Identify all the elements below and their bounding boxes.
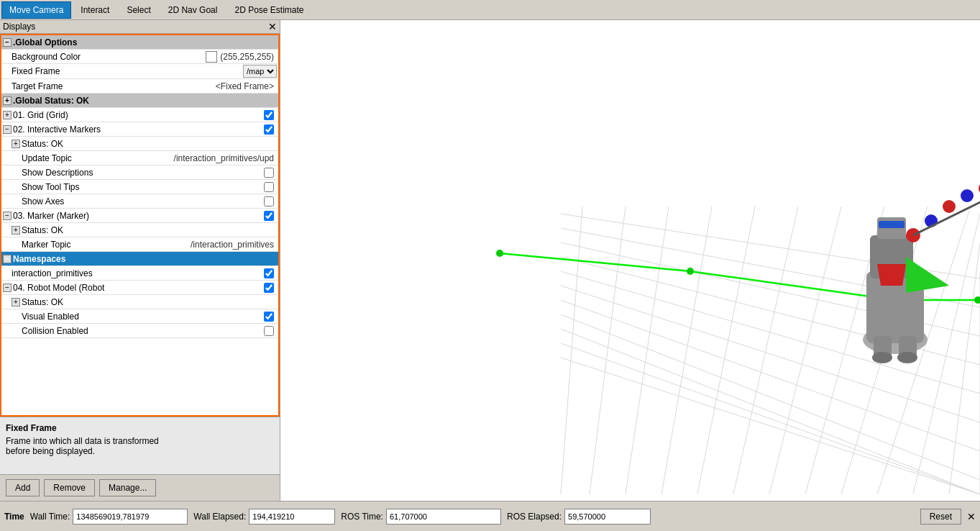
remove-button[interactable]: Remove bbox=[44, 479, 95, 496]
wall-time-label: Wall Time: bbox=[30, 512, 70, 522]
wall-time-input[interactable] bbox=[73, 509, 188, 525]
2d-pose-estimate-button[interactable]: 2D Pose Estimate bbox=[226, 1, 311, 19]
robot-head-blue bbox=[879, 221, 905, 228]
marker-expand-icon[interactable] bbox=[3, 212, 12, 220]
bottom-buttons: Add Remove Manage... bbox=[0, 474, 280, 501]
collision-enabled-checkbox[interactable] bbox=[264, 326, 274, 336]
bg-color-box bbox=[206, 51, 217, 63]
show-axes-checkbox[interactable] bbox=[264, 196, 274, 206]
interactive-markers-checkbox[interactable] bbox=[264, 124, 274, 135]
wall-time-section: Wall Time: bbox=[30, 509, 188, 525]
fixed-frame-select[interactable]: /map bbox=[243, 65, 277, 78]
global-options-header[interactable]: .Global Options bbox=[1, 35, 278, 50]
2d-nav-goal-button[interactable]: 2D Nav Goal bbox=[160, 1, 226, 19]
interact-button[interactable]: Interact bbox=[73, 1, 117, 19]
ros-elapsed-input[interactable] bbox=[564, 509, 651, 525]
robot-chest bbox=[877, 264, 906, 286]
namespaces-label: Namespaces bbox=[13, 254, 277, 264]
interaction-primitives-row[interactable]: interaction_primitives bbox=[1, 266, 278, 281]
grid-row[interactable]: 01. Grid (Grid) bbox=[1, 108, 278, 122]
bg-color-row[interactable]: Background Color (255,255,255) bbox=[1, 50, 278, 64]
manage-button[interactable]: Manage... bbox=[99, 479, 156, 496]
bg-color-value: (255,255,255) bbox=[220, 52, 274, 62]
interaction-primitives-label: interaction_primitives bbox=[12, 268, 264, 278]
time-title: Time bbox=[4, 512, 24, 522]
global-status-expand-icon[interactable] bbox=[3, 96, 12, 105]
robot-foot-right bbox=[897, 352, 917, 363]
show-tooltips-label: Show Tool Tips bbox=[22, 182, 264, 192]
time-bar-wrapper: Time Wall Time: Wall Elapsed: ROS Time: … bbox=[0, 501, 980, 531]
displays-title: Displays bbox=[3, 22, 35, 32]
interactive-markers-expand-icon[interactable] bbox=[3, 125, 12, 134]
ros-elapsed-label: ROS Elapsed: bbox=[507, 512, 562, 522]
show-descriptions-row[interactable]: Show Descriptions bbox=[1, 165, 278, 180]
update-topic-row[interactable]: Update Topic /interaction_primitives/upd bbox=[1, 151, 278, 165]
grid-label: 01. Grid (Grid) bbox=[13, 110, 264, 120]
collision-enabled-row[interactable]: Collision Enabled bbox=[1, 324, 278, 338]
ros-elapsed-section: ROS Elapsed: bbox=[507, 509, 651, 525]
marker-topic-row[interactable]: Marker Topic /interaction_primitives bbox=[1, 237, 278, 252]
global-status-label: .Global Status: OK bbox=[13, 96, 277, 106]
select-button[interactable]: Select bbox=[119, 1, 158, 19]
target-frame-label: Target Frame bbox=[12, 81, 216, 91]
global-status-header[interactable]: .Global Status: OK bbox=[1, 94, 278, 108]
fixed-frame-row[interactable]: Fixed Frame /map bbox=[1, 64, 278, 79]
interaction-primitives-checkbox[interactable] bbox=[264, 268, 274, 278]
toolbar: Move Camera Interact Select 2D Nav Goal … bbox=[0, 0, 980, 20]
marker-status-expand-icon[interactable] bbox=[12, 226, 20, 235]
marker-topic-value: /interaction_primitives bbox=[191, 240, 274, 250]
marker-status-row[interactable]: Status: OK bbox=[1, 223, 278, 237]
show-tooltips-checkbox[interactable] bbox=[264, 182, 274, 192]
collision-enabled-label: Collision Enabled bbox=[22, 326, 264, 336]
robot-status-expand-icon[interactable] bbox=[12, 298, 20, 307]
marker-label: 03. Marker (Marker) bbox=[13, 211, 264, 221]
robot-status-row[interactable]: Status: OK bbox=[1, 295, 278, 309]
robot-model-label: 04. Robot Model (Robot bbox=[13, 283, 264, 293]
show-axes-label: Show Axes bbox=[22, 196, 264, 206]
robot-model-row[interactable]: 04. Robot Model (Robot bbox=[1, 281, 278, 295]
target-frame-value: <Fixed Frame> bbox=[216, 81, 274, 91]
visual-enabled-row[interactable]: Visual Enabled bbox=[1, 309, 278, 324]
robot-status-label: Status: OK bbox=[22, 297, 277, 307]
marker-status-label: Status: OK bbox=[22, 225, 277, 235]
show-descriptions-checkbox[interactable] bbox=[264, 168, 274, 178]
marker-topic-label: Marker Topic bbox=[22, 240, 191, 250]
im-status-row[interactable]: Status: OK bbox=[1, 137, 278, 151]
show-descriptions-label: Show Descriptions bbox=[22, 168, 264, 178]
update-topic-value: /interaction_primitives/upd bbox=[174, 153, 274, 163]
visual-enabled-label: Visual Enabled bbox=[22, 312, 264, 322]
interactive-markers-row[interactable]: 02. Interactive Markers bbox=[1, 122, 278, 137]
robot-model-checkbox[interactable] bbox=[264, 283, 274, 293]
marker-checkbox[interactable] bbox=[264, 211, 274, 221]
im-status-expand-icon[interactable] bbox=[12, 140, 20, 148]
viewport[interactable] bbox=[280, 20, 980, 501]
description-box: Fixed Frame Frame into which all data is… bbox=[0, 417, 280, 474]
grid-expand-icon[interactable] bbox=[3, 111, 12, 119]
target-frame-row[interactable]: Target Frame <Fixed Frame> bbox=[1, 79, 278, 94]
add-button[interactable]: Add bbox=[6, 479, 40, 496]
displays-tree[interactable]: .Global Options Background Color (255,25… bbox=[0, 34, 280, 417]
show-axes-row[interactable]: Show Axes bbox=[1, 194, 278, 209]
grid-checkbox[interactable] bbox=[264, 110, 274, 120]
wall-elapsed-input[interactable] bbox=[249, 509, 335, 525]
ros-time-label: ROS Time: bbox=[341, 512, 383, 522]
show-tooltips-row[interactable]: Show Tool Tips bbox=[1, 180, 278, 194]
marker-row[interactable]: 03. Marker (Marker) bbox=[1, 209, 278, 223]
ros-time-input[interactable] bbox=[386, 509, 501, 525]
bg-color-label: Background Color bbox=[12, 52, 206, 62]
displays-close-icon[interactable]: ✕ bbox=[268, 22, 277, 32]
time-close-icon[interactable]: ✕ bbox=[967, 511, 976, 522]
path-dot-1 bbox=[496, 250, 503, 257]
visual-enabled-checkbox[interactable] bbox=[264, 312, 274, 322]
displays-header: Displays ✕ bbox=[0, 20, 280, 34]
robot-model-expand-icon[interactable] bbox=[3, 283, 12, 292]
namespaces-expand-icon[interactable] bbox=[3, 255, 12, 263]
path-dot-2 bbox=[687, 268, 694, 275]
global-options-expand-icon[interactable] bbox=[3, 38, 12, 47]
reset-button[interactable]: Reset bbox=[920, 509, 961, 525]
fixed-frame-label: Fixed Frame bbox=[12, 66, 243, 76]
main-area: Displays ✕ .Global Options Background Co… bbox=[0, 20, 980, 501]
move-camera-button[interactable]: Move Camera bbox=[1, 1, 71, 19]
description-text: Frame into which all data is transformed… bbox=[6, 436, 274, 456]
namespaces-header[interactable]: Namespaces bbox=[1, 252, 278, 266]
